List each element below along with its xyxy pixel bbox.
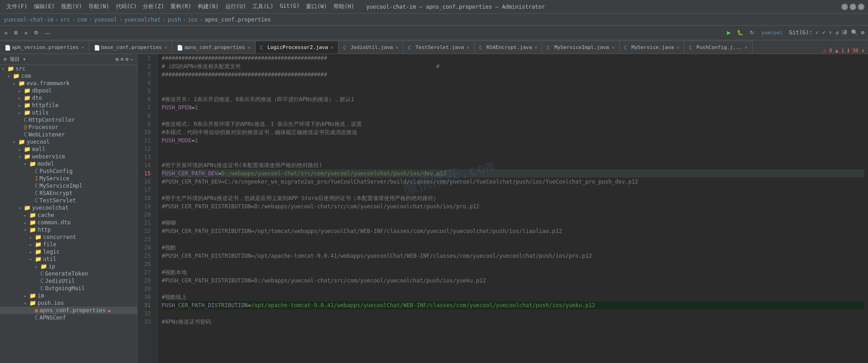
tree-item-apnsconf[interactable]: C APNSConf bbox=[0, 314, 137, 321]
menu-file[interactable]: 文件(F) bbox=[4, 2, 30, 11]
menu-navigate[interactable]: 导航(N) bbox=[86, 2, 112, 11]
tree-item-http[interactable]: ▾📁http bbox=[0, 226, 137, 233]
toolbar-btn-3[interactable]: ⚙ bbox=[31, 28, 41, 37]
tree-item-eva-framework[interactable]: ▸📁eva.framework bbox=[0, 80, 137, 87]
menu-refactor[interactable]: 重构(R) bbox=[168, 2, 194, 11]
minimize-button[interactable]: — bbox=[841, 4, 848, 10]
toolbar-btn-1[interactable]: ⊞ bbox=[11, 28, 21, 37]
toolbar-btn-5[interactable]: ↻ bbox=[747, 28, 757, 37]
tree-container: ▾📁src ▾📁com ▸📁eva.framework ▸📁dbpool ▸📁d… bbox=[0, 65, 137, 321]
tab-apk-version[interactable]: 📄 apk_version.properties ✕ bbox=[0, 41, 89, 54]
tree-item-file[interactable]: ▸📁file bbox=[0, 241, 137, 248]
debug-button[interactable]: 🐛 bbox=[734, 28, 746, 37]
tree-item-yuecool[interactable]: ▾📁yuecool bbox=[0, 138, 137, 146]
tree-item-util[interactable]: ▾📁util bbox=[0, 255, 137, 263]
toolbar-btn-2[interactable]: ≡ bbox=[22, 29, 30, 37]
menu-run[interactable]: 运行(U) bbox=[223, 2, 249, 11]
tab-label: apns_conf.properties bbox=[184, 44, 245, 50]
tree-item-httpcontroller[interactable]: C HttpController bbox=[0, 116, 137, 124]
tab-base-conf[interactable]: 📄 base_conf.properties ✕ bbox=[89, 41, 172, 54]
breadcrumb-item[interactable]: com bbox=[77, 16, 87, 23]
tree-item-httpfile[interactable]: ▸📁httpfile bbox=[0, 102, 137, 109]
tree-item-utils[interactable]: ▸📁utils bbox=[0, 109, 137, 116]
tab-apns-conf[interactable]: 📄 apns_conf.properties ✕ bbox=[172, 41, 255, 54]
menu-build[interactable]: 构建(B) bbox=[195, 2, 222, 11]
menu-window[interactable]: 窗口(W) bbox=[303, 2, 330, 11]
tab-close-icon[interactable]: ✕ bbox=[677, 45, 679, 50]
tree-item-rsaencrypt[interactable]: C RSAEncrypt bbox=[0, 190, 137, 197]
tree-item-common-dto[interactable]: ▸📁common.dto bbox=[0, 219, 137, 226]
tab-close-icon[interactable]: ✕ bbox=[164, 45, 167, 50]
sidebar-btn-3[interactable]: ⚙ bbox=[126, 56, 129, 62]
tree-item-cache[interactable]: ▸📁cache bbox=[0, 211, 137, 219]
breadcrumb-item[interactable]: yuecool bbox=[94, 16, 117, 23]
tree-item-processor[interactable]: @ Processor bbox=[0, 124, 137, 131]
tree-item-generatetoken[interactable]: C GenerateToken bbox=[0, 270, 137, 277]
tab-close-icon[interactable]: ✕ bbox=[82, 45, 84, 50]
tree-item-mall[interactable]: ▸📁mall bbox=[0, 146, 137, 153]
close-button[interactable]: ✕ bbox=[858, 4, 864, 10]
tree-item-yuecoolchat[interactable]: ▾📁yuecoolchat bbox=[0, 204, 137, 211]
tree-item-model[interactable]: ▾📁model bbox=[0, 160, 137, 168]
tab-close-icon[interactable]: ✕ bbox=[331, 45, 333, 50]
tab-logic-processor[interactable]: C LogicProcessor2.java ✕ bbox=[256, 41, 338, 54]
tree-item-webservice[interactable]: ▾📁webservice bbox=[0, 153, 137, 160]
menu-view[interactable]: 视图(V) bbox=[58, 2, 85, 11]
breadcrumb-item[interactable]: yuecoolchat bbox=[124, 16, 160, 23]
project-icon[interactable]: ≡ bbox=[2, 29, 10, 37]
tree-item-logic[interactable]: ▸📁logic bbox=[0, 248, 137, 255]
tab-test-servlet[interactable]: C TestServlet.java ✕ bbox=[404, 41, 475, 54]
sidebar-btn-1[interactable]: ⊞ bbox=[116, 56, 119, 62]
tree-item-outgoingmail[interactable]: C OutgoingMail bbox=[0, 285, 137, 292]
tree-item-dto[interactable]: ▸📁dto bbox=[0, 94, 137, 102]
maximize-button[interactable]: □ bbox=[850, 4, 856, 10]
menu-git[interactable]: Git(G) bbox=[277, 2, 302, 11]
window-controls[interactable]: — □ ✕ bbox=[841, 4, 864, 10]
toolbar-btn-4[interactable]: — bbox=[42, 29, 53, 37]
tab-my-service-impl[interactable]: C MyServiceImpl.java ✕ bbox=[542, 41, 619, 54]
tree-item-testservlet[interactable]: C TestServlet bbox=[0, 197, 137, 204]
tree-item-com[interactable]: ▾📁com bbox=[0, 72, 137, 80]
editor-content[interactable]: 1234567891011121314 15 16171819202122232… bbox=[137, 54, 868, 363]
breadcrumb-item[interactable]: yuecool-chat-im bbox=[4, 16, 53, 23]
tab-my-service[interactable]: C MyService.java ✕ bbox=[620, 41, 685, 54]
tree-item-myserviceimpl[interactable]: C MyServiceImpl bbox=[0, 182, 137, 190]
tree-item-src[interactable]: ▾📁src bbox=[0, 65, 137, 72]
tab-close-icon[interactable]: ✕ bbox=[535, 45, 537, 50]
sidebar-btn-2[interactable]: ≡ bbox=[120, 56, 124, 62]
tree-item-jedisutil[interactable]: C JedisUtil bbox=[0, 277, 137, 285]
tree-item-ip[interactable]: ▸📁ip bbox=[0, 263, 137, 270]
tree-item-dbpool[interactable]: ▸📁dbpool bbox=[0, 87, 137, 94]
tree-item-apns-conf-file[interactable]: ▣ apns_conf.properties ◀ bbox=[0, 307, 137, 314]
tree-item-push-ios[interactable]: ▾📁push.ios bbox=[0, 299, 137, 307]
tab-push-config[interactable]: C PushConfig.j... ✕ bbox=[684, 41, 752, 54]
tree-item-concurrent[interactable]: ▸📁concurrent bbox=[0, 233, 137, 241]
tab-close-icon[interactable]: ✕ bbox=[467, 45, 469, 50]
breadcrumb-item[interactable]: push bbox=[168, 16, 181, 23]
breadcrumb-item[interactable]: ios bbox=[188, 16, 198, 23]
menu-bar[interactable]: 文件(F) 编辑(E) 视图(V) 导航(N) 代码(C) 分析(Z) 重构(R… bbox=[4, 2, 357, 11]
main-content: ≡ 项目 ▾ ⊞ ≡ ⚙ — ▾📁src ▾📁com ▸📁eva.framewo… bbox=[0, 54, 868, 363]
menu-analyze[interactable]: 分析(Z) bbox=[140, 2, 167, 11]
sidebar-btn-4[interactable]: — bbox=[130, 56, 133, 62]
tab-jedis-util[interactable]: C JedisUtil.java ✕ bbox=[338, 41, 404, 54]
tree-item-pushconfig[interactable]: C PushConfig bbox=[0, 168, 137, 175]
toolbar: ≡ ⊞ ≡ ⚙ — ▶ 🐛 ↻ yuecool Git(G): ✓ ✓ ↑ ↺ … bbox=[0, 26, 868, 40]
tab-close-icon[interactable]: ✕ bbox=[248, 45, 251, 50]
menu-help[interactable]: 帮助(H) bbox=[331, 2, 357, 11]
tab-close-icon[interactable]: ✕ bbox=[745, 45, 748, 50]
run-button[interactable]: ▶ bbox=[724, 28, 733, 37]
tree-item-myservice[interactable]: I MyService bbox=[0, 175, 137, 182]
tree-item-im[interactable]: ▸📁im bbox=[0, 292, 137, 299]
code-line-6: #推送开关: 1表示开启推送、0表示关闭推送（即不进行APNs的推送），默认1 bbox=[162, 95, 864, 103]
breadcrumb-item[interactable]: src bbox=[60, 16, 71, 23]
tree-item-weblistener[interactable]: C WebListener bbox=[0, 131, 137, 138]
menu-edit[interactable]: 编辑(E) bbox=[31, 2, 58, 11]
menu-code[interactable]: 代码(C) bbox=[113, 2, 140, 11]
tab-label: RSAEncrypt.java bbox=[486, 44, 532, 50]
code-content[interactable]: ########################################… bbox=[158, 54, 868, 363]
tab-close-icon[interactable]: ✕ bbox=[396, 45, 399, 50]
menu-tools[interactable]: 工具(L) bbox=[250, 2, 276, 11]
tab-rsa-encrypt[interactable]: C RSAEncrypt.java ✕ bbox=[475, 41, 542, 54]
tab-close-icon[interactable]: ✕ bbox=[612, 45, 615, 50]
